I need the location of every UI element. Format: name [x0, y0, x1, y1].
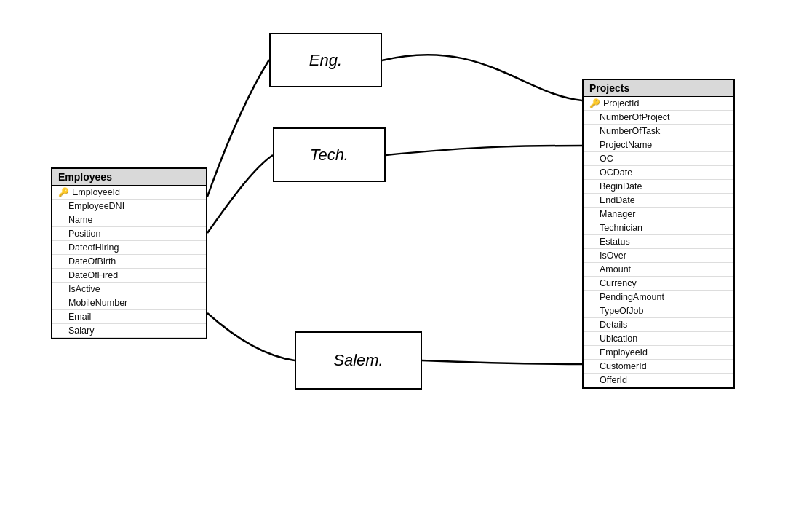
employees-table-header: Employees	[52, 169, 206, 186]
table-row: Amount	[584, 263, 733, 277]
table-row: DateOfBirth	[52, 255, 206, 269]
tech-role-box: Tech.	[273, 127, 386, 182]
table-row: Currency	[584, 277, 733, 291]
table-row: Name	[52, 213, 206, 227]
table-row: NumberOfProject	[584, 111, 733, 125]
table-row: EndDate	[584, 194, 733, 208]
table-row: EmployeeId	[584, 346, 733, 360]
table-row: OC	[584, 152, 733, 166]
table-row: EmployeeDNI	[52, 200, 206, 213]
table-row: 🔑 EmployeeId	[52, 186, 206, 200]
table-row: TypeOfJob	[584, 304, 733, 318]
table-row: Email	[52, 310, 206, 324]
projects-table: Projects 🔑 ProjectId NumberOfProject Num…	[582, 79, 735, 389]
table-row: ProjectName	[584, 138, 733, 152]
table-row: IsActive	[52, 283, 206, 296]
table-row: Technician	[584, 221, 733, 235]
eng-label: Eng.	[309, 51, 342, 70]
table-row: NumberOfTask	[584, 125, 733, 138]
table-row: IsOver	[584, 249, 733, 263]
field-label: ProjectId	[603, 98, 639, 108]
table-row: PendingAmount	[584, 291, 733, 304]
table-row: Ubication	[584, 332, 733, 346]
table-row: Details	[584, 318, 733, 332]
salem-role-box: Salem.	[295, 331, 422, 390]
table-row: Manager	[584, 208, 733, 221]
diagram-canvas: Employees 🔑 EmployeeId EmployeeDNI Name …	[0, 0, 812, 517]
table-row: Salary	[52, 324, 206, 338]
employees-table: Employees 🔑 EmployeeId EmployeeDNI Name …	[51, 167, 207, 339]
employees-title: Employees	[58, 171, 112, 183]
table-row: BeginDate	[584, 180, 733, 194]
table-row: Estatus	[584, 235, 733, 249]
table-row: MobileNumber	[52, 296, 206, 310]
eng-role-box: Eng.	[269, 33, 382, 87]
table-row: DateofHiring	[52, 241, 206, 255]
table-row: 🔑 ProjectId	[584, 97, 733, 111]
projects-table-header: Projects	[584, 80, 733, 97]
table-row: DateOfFired	[52, 269, 206, 283]
field-label: EmployeeId	[72, 187, 120, 197]
projects-title: Projects	[589, 82, 629, 94]
key-icon: 🔑	[58, 187, 69, 197]
key-icon: 🔑	[589, 98, 600, 108]
tech-label: Tech.	[310, 146, 349, 165]
salem-label: Salem.	[333, 351, 383, 370]
table-row: Position	[52, 227, 206, 241]
table-row: OfferId	[584, 374, 733, 387]
table-row: OCDate	[584, 166, 733, 180]
table-row: CustomerId	[584, 360, 733, 374]
